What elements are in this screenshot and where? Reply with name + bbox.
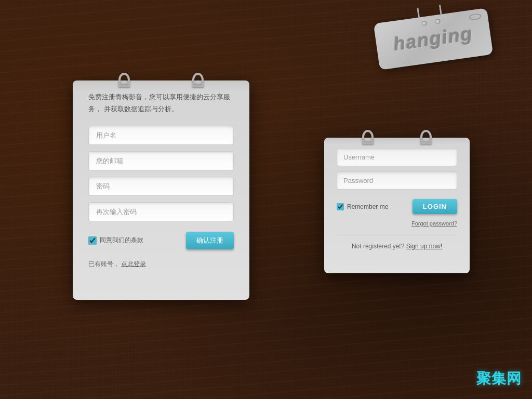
tag-screws [421,19,441,26]
register-password-input[interactable] [88,177,234,196]
login-link[interactable]: 点此登录 [121,260,146,268]
screw-right [435,19,441,24]
ring-1 [118,73,130,87]
register-confirm-password-input[interactable] [88,202,234,221]
remember-label: Remember me [347,203,388,210]
divider [337,235,457,235]
signup-link[interactable]: Sign up now! [406,243,442,250]
screw-left [421,20,427,26]
login-password-input[interactable] [337,171,457,190]
bottom-logo: 聚集网 [476,369,522,389]
forgot-password-section: Forgot password? [337,218,457,228]
register-notepad: 免费注册青梅影音，您可以享用便捷的云分享服务， 并获取数据追踪与分析。 同意我们… [73,81,249,300]
forgot-password-link[interactable]: Forgot password? [411,220,457,227]
register-description: 免费注册青梅影音，您可以享用便捷的云分享服务， 并获取数据追踪与分析。 [88,91,234,115]
login-rings [324,130,470,144]
register-form-container: 免费注册青梅影音，您可以享用便捷的云分享服务， 并获取数据追踪与分析。 同意我们… [88,91,234,269]
login-button[interactable]: LOGIN [413,199,457,214]
signup-section: Not registered yet? Sign up now! [337,243,457,250]
hanging-tag: hanging [374,8,493,70]
register-email-input[interactable] [88,151,234,170]
logo-text: 聚集网 [476,370,522,387]
login-ring-1 [362,130,374,144]
register-footer: 同意我们的条款 确认注册 [88,232,234,249]
login-options: Remember me LOGIN [337,199,457,214]
hanging-tag-text: hanging [392,22,474,55]
confirm-register-button[interactable]: 确认注册 [186,232,234,249]
agree-section: 同意我们的条款 [88,236,143,245]
remember-section: Remember me [337,203,388,210]
login-form-container: Remember me LOGIN Forgot password? Not r… [337,148,457,250]
agree-label: 同意我们的条款 [100,236,143,245]
ring-2 [192,73,204,87]
already-account-text: 已有账号， [88,260,119,268]
not-registered-text: Not registered yet? [352,243,404,250]
already-account-section: 已有账号， 点此登录 [88,260,234,269]
register-rings [73,73,249,87]
register-username-input[interactable] [88,126,234,145]
agree-checkbox[interactable] [88,236,97,245]
login-notepad: Remember me LOGIN Forgot password? Not r… [324,138,470,273]
remember-checkbox[interactable] [337,203,344,210]
login-username-input[interactable] [337,148,457,166]
login-ring-2 [420,130,432,144]
